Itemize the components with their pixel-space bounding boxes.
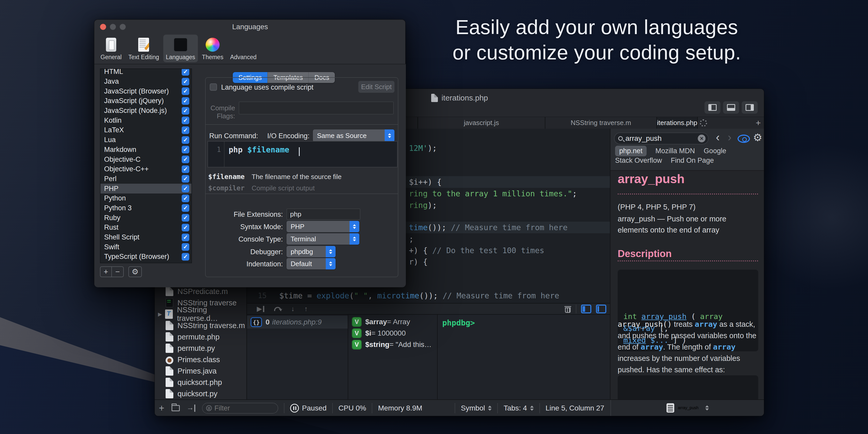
variable-row[interactable]: V $string = "Add this… [348, 339, 437, 350]
tab-width-popup[interactable]: Tabs: 4 [503, 404, 527, 412]
file-row[interactable]: ▶ quicksort.php [155, 377, 247, 388]
editor-tab[interactable]: javascript.js [417, 117, 545, 129]
console-type-popup[interactable]: Terminal [286, 233, 359, 245]
clear-console-button[interactable] [564, 305, 571, 313]
variable-row[interactable]: V $array = Array [348, 316, 437, 328]
language-checkbox[interactable]: ✓ [182, 194, 189, 202]
back-button[interactable]: ‹ [716, 131, 720, 144]
language-row[interactable]: JavaScript (jQuery) ✓ [100, 96, 191, 106]
docs-search-field[interactable]: × [614, 132, 709, 145]
compile-flags-field[interactable] [239, 101, 394, 115]
docs-source-link[interactable]: Mozilla MDN [655, 147, 695, 155]
language-checkbox[interactable]: ✓ [182, 126, 189, 134]
docs-search-input[interactable] [625, 134, 698, 143]
language-checkbox[interactable]: ✓ [182, 234, 189, 241]
language-checkbox[interactable]: ✓ [182, 156, 189, 163]
file-row[interactable]: ▶ quicksort.py [155, 388, 247, 399]
language-checkbox[interactable]: ✓ [182, 78, 189, 86]
file-row[interactable]: ▶ Primes.java [155, 365, 247, 377]
language-checkbox[interactable]: ✓ [182, 136, 189, 144]
editor-tab[interactable]: iterations.php [656, 117, 697, 129]
disclosure-triangle-icon[interactable]: ▶ [155, 311, 165, 317]
language-checkbox[interactable]: ✓ [182, 243, 189, 251]
edit-script-button[interactable]: Edit Script [358, 81, 395, 93]
language-checkbox[interactable]: ✓ [182, 175, 189, 183]
file-row[interactable]: ▶ NSString traverse.m [155, 320, 247, 331]
language-row[interactable]: Ruby ✓ [100, 213, 191, 223]
step-out-button[interactable]: ↑ [304, 305, 308, 313]
docs-content[interactable]: array_push (PHP 4, PHP 5, PHP 7) array_p… [611, 171, 764, 399]
editor-tab[interactable]: NSString traverse.m [545, 117, 656, 129]
language-checkbox[interactable]: ✓ [182, 87, 189, 95]
language-actions-button[interactable]: ⚙ [128, 266, 142, 277]
language-row[interactable]: Rust ✓ [100, 223, 191, 232]
file-row[interactable]: ▶ permute.php [155, 331, 247, 343]
language-row[interactable]: Markdown ✓ [100, 145, 191, 155]
docs-source-link[interactable]: Google [704, 147, 726, 155]
indentation-popup[interactable]: Default [286, 258, 336, 270]
file-extensions-field[interactable]: php [286, 209, 361, 220]
prefs-toolbar-item[interactable]: Text Editing [126, 35, 162, 62]
file-row[interactable]: ▶ Primes.class [155, 354, 247, 365]
filter-input[interactable] [214, 404, 274, 412]
toggle-console-button[interactable] [723, 101, 739, 114]
language-row[interactable]: PHP ✓ [100, 184, 191, 193]
language-checkbox[interactable]: ✓ [182, 165, 189, 173]
docs-source-link[interactable]: Stack Overflow [615, 157, 662, 164]
add-language-button[interactable]: + [100, 267, 112, 277]
language-row[interactable]: Java ✓ [100, 77, 191, 87]
docs-settings-button[interactable]: ⚙ [753, 132, 762, 143]
docs-source-link[interactable]: Find On Page [671, 157, 714, 164]
forward-button[interactable]: › [728, 131, 732, 144]
symbol-popup[interactable]: Symbol [461, 404, 485, 412]
language-checkbox[interactable]: ✓ [182, 97, 189, 105]
variable-row[interactable]: V $i = 1000000 [348, 328, 437, 339]
step-over-button[interactable] [274, 307, 281, 311]
run-command-editor[interactable]: 1 php $filename [208, 141, 398, 167]
compile-script-checkbox[interactable] [210, 84, 217, 91]
file-row[interactable]: ▶ NSString traverse.d… [155, 308, 247, 320]
debug-pane-toggle-right[interactable] [596, 305, 606, 313]
language-row[interactable]: Lua ✓ [100, 135, 191, 145]
debugger-popup[interactable]: phpdbg [286, 246, 336, 257]
language-checkbox[interactable]: ✓ [182, 253, 189, 261]
toggle-docs-button[interactable] [742, 101, 758, 114]
language-row[interactable]: HTML ✓ [100, 68, 191, 77]
language-row[interactable]: Kotlin ✓ [100, 116, 191, 125]
folder-icon[interactable] [172, 405, 180, 411]
language-checkbox[interactable]: ✓ [182, 117, 189, 124]
quick-look-eye-icon[interactable] [738, 134, 750, 143]
clear-search-icon[interactable]: × [698, 134, 706, 142]
file-row[interactable]: ▶ permute.py [155, 343, 247, 354]
language-row[interactable]: TypeScript (Browser) ✓ [100, 252, 191, 262]
continue-button[interactable]: ▶ [257, 305, 264, 313]
add-file-button[interactable]: + [159, 403, 164, 413]
language-row[interactable]: Perl ✓ [100, 174, 191, 184]
document-proxy-icon[interactable] [431, 94, 438, 102]
io-encoding-popup[interactable]: Same as Source [313, 129, 395, 142]
language-checkbox[interactable]: ✓ [182, 107, 189, 115]
language-checkbox[interactable]: ✓ [182, 204, 189, 212]
debug-pane-toggle-left[interactable] [581, 305, 591, 313]
toggle-sidebar-button[interactable] [705, 101, 720, 114]
new-tab-button[interactable]: + [755, 118, 762, 128]
prefs-toolbar-item[interactable]: Languages [163, 35, 198, 62]
language-checkbox[interactable]: ✓ [182, 146, 189, 153]
language-row[interactable]: Shell Script ✓ [100, 232, 191, 242]
filter-field[interactable] [202, 403, 278, 413]
language-row[interactable]: JavaScript (Node.js) ✓ [100, 106, 191, 116]
remove-language-button[interactable]: − [112, 267, 123, 277]
docs-source-link[interactable]: php.net [615, 146, 647, 156]
prefs-toolbar-item[interactable]: Advanced [227, 35, 259, 62]
docs-page-selector[interactable]: array_push [611, 400, 764, 416]
import-icon[interactable] [187, 405, 195, 412]
stack-frame-row[interactable]: {} 0 iterations.php:9 [247, 316, 348, 329]
language-row[interactable]: Python 3 ✓ [100, 203, 191, 213]
step-into-button[interactable]: ↓ [291, 305, 294, 313]
prefs-toolbar-item[interactable]: Themes [199, 35, 226, 62]
language-row[interactable]: Python ✓ [100, 193, 191, 203]
language-row[interactable]: Objective-C ✓ [100, 154, 191, 164]
language-row[interactable]: JavaScript (Browser) ✓ [100, 86, 191, 96]
language-checkbox[interactable]: ✓ [182, 185, 189, 192]
debug-console-pane[interactable]: phpdbg> [437, 315, 610, 399]
